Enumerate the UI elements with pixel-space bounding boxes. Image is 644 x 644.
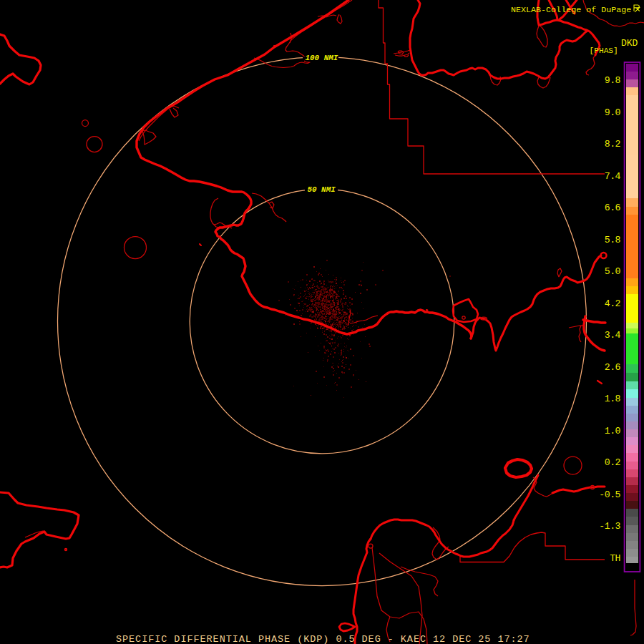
svg-text:TH: TH bbox=[610, 553, 620, 564]
svg-text:50 NMI: 50 NMI bbox=[308, 185, 336, 194]
svg-text:6.6: 6.6 bbox=[605, 203, 621, 213]
svg-text:9.0: 9.0 bbox=[605, 107, 621, 118]
svg-text:8.2: 8.2 bbox=[605, 139, 620, 150]
svg-text:5.8: 5.8 bbox=[605, 235, 621, 245]
svg-text:-1.3: -1.3 bbox=[599, 521, 620, 532]
svg-text:1.0: 1.0 bbox=[605, 426, 621, 436]
svg-text:5.0: 5.0 bbox=[605, 266, 621, 277]
svg-text:100 NMI: 100 NMI bbox=[306, 54, 338, 62]
svg-text:[PHAS]: [PHAS] bbox=[590, 47, 618, 55]
svg-text:9.8: 9.8 bbox=[605, 75, 621, 86]
svg-text:1.8: 1.8 bbox=[605, 394, 621, 404]
svg-text:7.4: 7.4 bbox=[605, 171, 621, 182]
svg-text:SPECIFIC DIFFERENTIAL PHASE (K: SPECIFIC DIFFERENTIAL PHASE (KDP) 0.5 DE… bbox=[116, 634, 530, 644]
svg-text:DKD: DKD bbox=[621, 38, 638, 49]
svg-text:-0.5: -0.5 bbox=[599, 489, 620, 500]
svg-text:0.2: 0.2 bbox=[605, 457, 620, 468]
svg-text:4.2: 4.2 bbox=[605, 298, 620, 309]
svg-text:2.6: 2.6 bbox=[605, 362, 621, 373]
svg-text:3.4: 3.4 bbox=[605, 330, 621, 341]
svg-text:NEXLAB-College of DuPage: NEXLAB-College of DuPage bbox=[511, 5, 631, 15]
